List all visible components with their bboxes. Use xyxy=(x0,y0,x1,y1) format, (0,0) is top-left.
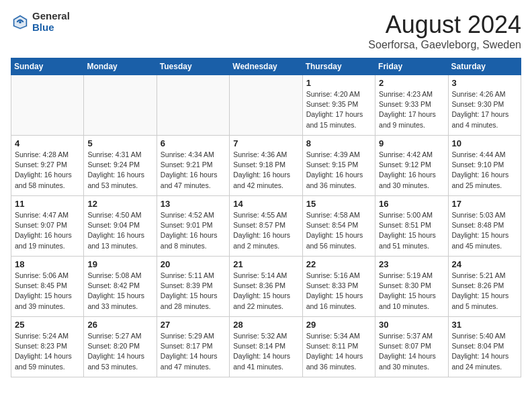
calendar-cell xyxy=(11,75,84,136)
day-info: Sunrise: 4:52 AM Sunset: 9:01 PM Dayligh… xyxy=(161,210,226,251)
day-number: 27 xyxy=(161,320,226,330)
day-info: Sunrise: 5:40 AM Sunset: 8:04 PM Dayligh… xyxy=(452,331,517,372)
day-number: 16 xyxy=(379,199,444,209)
calendar-cell: 7Sunrise: 4:36 AM Sunset: 9:18 PM Daylig… xyxy=(230,136,302,196)
day-header-friday: Friday xyxy=(375,58,448,75)
day-info: Sunrise: 4:34 AM Sunset: 9:21 PM Dayligh… xyxy=(161,150,226,191)
day-info: Sunrise: 4:23 AM Sunset: 9:33 PM Dayligh… xyxy=(379,89,444,130)
day-info: Sunrise: 5:14 AM Sunset: 8:36 PM Dayligh… xyxy=(233,271,298,312)
day-number: 21 xyxy=(233,259,298,269)
day-info: Sunrise: 5:16 AM Sunset: 8:33 PM Dayligh… xyxy=(306,271,371,312)
week-row-3: 11Sunrise: 4:47 AM Sunset: 9:07 PM Dayli… xyxy=(11,196,521,257)
calendar-cell: 27Sunrise: 5:29 AM Sunset: 8:17 PM Dayli… xyxy=(157,317,229,377)
day-number: 23 xyxy=(379,259,444,269)
day-info: Sunrise: 4:50 AM Sunset: 9:04 PM Dayligh… xyxy=(87,210,152,251)
calendar-cell: 12Sunrise: 4:50 AM Sunset: 9:04 PM Dayli… xyxy=(84,196,157,257)
calendar-cell: 5Sunrise: 4:31 AM Sunset: 9:24 PM Daylig… xyxy=(84,136,157,196)
day-number: 15 xyxy=(306,199,371,209)
day-number: 12 xyxy=(87,199,152,209)
day-number: 19 xyxy=(87,259,152,269)
calendar-header-row: SundayMondayTuesdayWednesdayThursdayFrid… xyxy=(11,58,521,75)
day-number: 29 xyxy=(306,320,371,330)
day-number: 2 xyxy=(379,78,444,88)
svg-point-2 xyxy=(19,21,21,24)
calendar-cell: 18Sunrise: 5:06 AM Sunset: 8:45 PM Dayli… xyxy=(11,257,84,317)
calendar: SundayMondayTuesdayWednesdayThursdayFrid… xyxy=(11,58,521,377)
day-info: Sunrise: 5:19 AM Sunset: 8:30 PM Dayligh… xyxy=(379,271,444,312)
calendar-body: 1Sunrise: 4:20 AM Sunset: 9:35 PM Daylig… xyxy=(11,75,521,377)
day-number: 1 xyxy=(306,78,371,88)
week-row-5: 25Sunrise: 5:24 AM Sunset: 8:23 PM Dayli… xyxy=(11,317,521,377)
day-info: Sunrise: 5:34 AM Sunset: 8:11 PM Dayligh… xyxy=(306,331,371,372)
calendar-cell: 9Sunrise: 4:42 AM Sunset: 9:12 PM Daylig… xyxy=(375,136,448,196)
day-info: Sunrise: 5:11 AM Sunset: 8:39 PM Dayligh… xyxy=(161,271,226,312)
day-info: Sunrise: 4:39 AM Sunset: 9:15 PM Dayligh… xyxy=(306,150,371,191)
day-info: Sunrise: 5:03 AM Sunset: 8:48 PM Dayligh… xyxy=(452,210,517,251)
calendar-cell: 10Sunrise: 4:44 AM Sunset: 9:10 PM Dayli… xyxy=(448,136,521,196)
logo: General Blue xyxy=(11,11,70,33)
day-number: 31 xyxy=(452,320,517,330)
day-number: 10 xyxy=(452,138,517,148)
day-header-tuesday: Tuesday xyxy=(157,58,229,75)
day-number: 9 xyxy=(379,138,444,148)
day-number: 3 xyxy=(452,78,517,88)
month-title: August 2024 xyxy=(368,11,521,39)
day-number: 17 xyxy=(452,199,517,209)
calendar-cell: 2Sunrise: 4:23 AM Sunset: 9:33 PM Daylig… xyxy=(375,75,448,136)
logo-blue-text: Blue xyxy=(32,22,70,34)
day-info: Sunrise: 5:24 AM Sunset: 8:23 PM Dayligh… xyxy=(15,331,80,372)
week-row-2: 4Sunrise: 4:28 AM Sunset: 9:27 PM Daylig… xyxy=(11,136,521,196)
day-info: Sunrise: 4:58 AM Sunset: 8:54 PM Dayligh… xyxy=(306,210,371,251)
day-number: 20 xyxy=(161,259,226,269)
day-info: Sunrise: 4:36 AM Sunset: 9:18 PM Dayligh… xyxy=(233,150,298,191)
day-info: Sunrise: 4:42 AM Sunset: 9:12 PM Dayligh… xyxy=(379,150,444,191)
day-number: 24 xyxy=(452,259,517,269)
location-title: Soerforsa, Gaevleborg, Sweden xyxy=(368,39,521,51)
calendar-cell: 1Sunrise: 4:20 AM Sunset: 9:35 PM Daylig… xyxy=(302,75,375,136)
week-row-4: 18Sunrise: 5:06 AM Sunset: 8:45 PM Dayli… xyxy=(11,257,521,317)
calendar-cell: 22Sunrise: 5:16 AM Sunset: 8:33 PM Dayli… xyxy=(302,257,375,317)
calendar-cell: 29Sunrise: 5:34 AM Sunset: 8:11 PM Dayli… xyxy=(302,317,375,377)
calendar-cell: 26Sunrise: 5:27 AM Sunset: 8:20 PM Dayli… xyxy=(84,317,157,377)
day-number: 13 xyxy=(161,199,226,209)
day-info: Sunrise: 4:55 AM Sunset: 8:57 PM Dayligh… xyxy=(233,210,298,251)
day-info: Sunrise: 4:44 AM Sunset: 9:10 PM Dayligh… xyxy=(452,150,517,191)
calendar-cell: 19Sunrise: 5:08 AM Sunset: 8:42 PM Dayli… xyxy=(84,257,157,317)
calendar-cell: 4Sunrise: 4:28 AM Sunset: 9:27 PM Daylig… xyxy=(11,136,84,196)
day-info: Sunrise: 4:47 AM Sunset: 9:07 PM Dayligh… xyxy=(15,210,80,251)
day-header-monday: Monday xyxy=(84,58,157,75)
day-info: Sunrise: 5:06 AM Sunset: 8:45 PM Dayligh… xyxy=(15,271,80,312)
day-info: Sunrise: 5:32 AM Sunset: 8:14 PM Dayligh… xyxy=(233,331,298,372)
header: General Blue August 2024 Soerforsa, Gaev… xyxy=(11,11,521,51)
day-info: Sunrise: 5:08 AM Sunset: 8:42 PM Dayligh… xyxy=(87,271,152,312)
day-number: 5 xyxy=(87,138,152,148)
calendar-cell: 13Sunrise: 4:52 AM Sunset: 9:01 PM Dayli… xyxy=(157,196,229,257)
day-info: Sunrise: 5:00 AM Sunset: 8:51 PM Dayligh… xyxy=(379,210,444,251)
day-number: 25 xyxy=(15,320,80,330)
logo-text: General Blue xyxy=(32,11,70,33)
calendar-cell: 16Sunrise: 5:00 AM Sunset: 8:51 PM Dayli… xyxy=(375,196,448,257)
day-info: Sunrise: 4:28 AM Sunset: 9:27 PM Dayligh… xyxy=(15,150,80,191)
calendar-cell: 21Sunrise: 5:14 AM Sunset: 8:36 PM Dayli… xyxy=(230,257,302,317)
calendar-cell: 20Sunrise: 5:11 AM Sunset: 8:39 PM Dayli… xyxy=(157,257,229,317)
day-number: 8 xyxy=(306,138,371,148)
calendar-cell: 11Sunrise: 4:47 AM Sunset: 9:07 PM Dayli… xyxy=(11,196,84,257)
day-number: 22 xyxy=(306,259,371,269)
day-info: Sunrise: 5:29 AM Sunset: 8:17 PM Dayligh… xyxy=(161,331,226,372)
day-info: Sunrise: 5:21 AM Sunset: 8:26 PM Dayligh… xyxy=(452,271,517,312)
day-number: 18 xyxy=(15,259,80,269)
calendar-cell: 8Sunrise: 4:39 AM Sunset: 9:15 PM Daylig… xyxy=(302,136,375,196)
calendar-cell xyxy=(230,75,302,136)
calendar-cell: 15Sunrise: 4:58 AM Sunset: 8:54 PM Dayli… xyxy=(302,196,375,257)
day-info: Sunrise: 5:27 AM Sunset: 8:20 PM Dayligh… xyxy=(87,331,152,372)
day-number: 4 xyxy=(15,138,80,148)
day-number: 11 xyxy=(15,199,80,209)
day-info: Sunrise: 4:26 AM Sunset: 9:30 PM Dayligh… xyxy=(452,89,517,130)
day-info: Sunrise: 4:31 AM Sunset: 9:24 PM Dayligh… xyxy=(87,150,152,191)
logo-general-text: General xyxy=(32,11,70,22)
day-header-wednesday: Wednesday xyxy=(230,58,302,75)
day-number: 26 xyxy=(87,320,152,330)
calendar-cell: 25Sunrise: 5:24 AM Sunset: 8:23 PM Dayli… xyxy=(11,317,84,377)
day-number: 6 xyxy=(161,138,226,148)
day-number: 30 xyxy=(379,320,444,330)
